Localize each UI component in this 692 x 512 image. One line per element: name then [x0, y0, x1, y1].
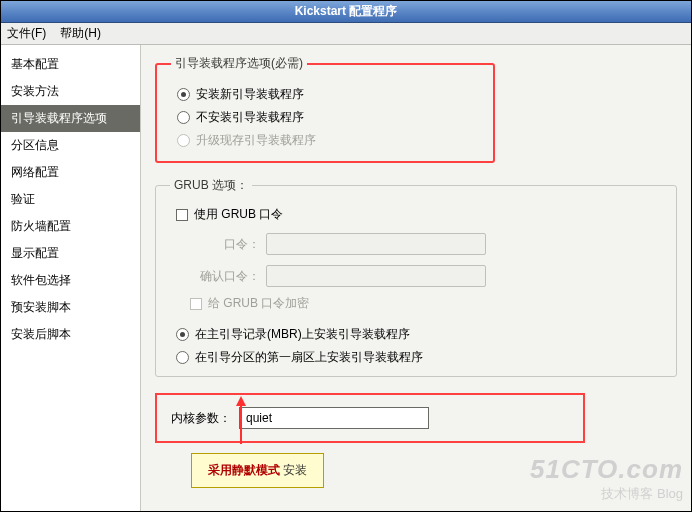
annotation-arrow: [236, 396, 246, 444]
check-encrypt-pass: 给 GRUB 口令加密: [190, 295, 662, 312]
sidebar-item-10[interactable]: 安装后脚本: [1, 321, 140, 348]
confirm-label: 确认口令：: [190, 268, 260, 285]
radio-icon: [176, 328, 189, 341]
bootloader-options-group: 引导装载程序选项(必需) 安装新引导装载程序 不安装引导装载程序 升级现存引导装…: [155, 55, 495, 163]
menu-file[interactable]: 文件(F): [7, 25, 46, 42]
radio-icon: [177, 111, 190, 124]
check-label: 给 GRUB 口令加密: [208, 295, 309, 312]
grub-options-group: GRUB 选项： 使用 GRUB 口令 口令： 确认口令： 给 GRUB 口令加…: [155, 177, 677, 377]
check-use-grub-pass[interactable]: 使用 GRUB 口令: [176, 206, 662, 223]
kernel-params-group: 内核参数：: [155, 393, 585, 443]
window-titlebar: Kickstart 配置程序: [1, 1, 691, 23]
radio-label: 在引导分区的第一扇区上安装引导装载程序: [195, 349, 423, 366]
sidebar: 基本配置安装方法引导装载程序选项分区信息网络配置验证防火墙配置显示配置软件包选择…: [1, 45, 141, 511]
window-title: Kickstart 配置程序: [295, 3, 398, 20]
kernel-label: 内核参数：: [171, 410, 231, 427]
row-grub-pass-confirm: 确认口令：: [190, 265, 662, 287]
bootloader-options-legend: 引导装载程序选项(必需): [171, 55, 307, 72]
radio-label: 在主引导记录(MBR)上安装引导装载程序: [195, 326, 410, 343]
radio-no-install[interactable]: 不安装引导装载程序: [177, 109, 479, 126]
sidebar-item-6[interactable]: 防火墙配置: [1, 213, 140, 240]
pass-label: 口令：: [190, 236, 260, 253]
radio-install-new[interactable]: 安装新引导装载程序: [177, 86, 479, 103]
radio-icon: [177, 134, 190, 147]
annotation-note: 采用静默模式 安装: [191, 453, 324, 488]
sidebar-item-8[interactable]: 软件包选择: [1, 267, 140, 294]
menubar: 文件(F) 帮助(H): [1, 23, 691, 45]
radio-label: 安装新引导装载程序: [196, 86, 304, 103]
annotation-suffix: 安装: [280, 463, 307, 477]
workspace: 基本配置安装方法引导装载程序选项分区信息网络配置验证防火墙配置显示配置软件包选择…: [1, 45, 691, 511]
sidebar-item-4[interactable]: 网络配置: [1, 159, 140, 186]
radio-label: 升级现存引导装载程序: [196, 132, 316, 149]
checkbox-icon: [190, 298, 202, 310]
radio-install-first-sector[interactable]: 在引导分区的第一扇区上安装引导装载程序: [176, 349, 662, 366]
sidebar-item-5[interactable]: 验证: [1, 186, 140, 213]
sidebar-item-7[interactable]: 显示配置: [1, 240, 140, 267]
radio-install-mbr[interactable]: 在主引导记录(MBR)上安装引导装载程序: [176, 326, 662, 343]
content-pane: 引导装载程序选项(必需) 安装新引导装载程序 不安装引导装载程序 升级现存引导装…: [141, 45, 691, 511]
sidebar-item-1[interactable]: 安装方法: [1, 78, 140, 105]
grub-pass-input: [266, 233, 486, 255]
sidebar-item-3[interactable]: 分区信息: [1, 132, 140, 159]
sidebar-item-0[interactable]: 基本配置: [1, 51, 140, 78]
grub-pass-confirm-input: [266, 265, 486, 287]
annotation-prefix: 采用静默模式: [208, 463, 280, 477]
check-label: 使用 GRUB 口令: [194, 206, 283, 223]
grub-legend: GRUB 选项：: [170, 177, 252, 194]
checkbox-icon: [176, 209, 188, 221]
menu-help[interactable]: 帮助(H): [60, 25, 101, 42]
radio-icon: [177, 88, 190, 101]
radio-icon: [176, 351, 189, 364]
arrow-line: [240, 404, 242, 444]
row-grub-pass: 口令：: [190, 233, 662, 255]
sidebar-item-9[interactable]: 预安装脚本: [1, 294, 140, 321]
radio-label: 不安装引导装载程序: [196, 109, 304, 126]
kernel-params-input[interactable]: [239, 407, 429, 429]
sidebar-item-2[interactable]: 引导装载程序选项: [1, 105, 140, 132]
radio-upgrade: 升级现存引导装载程序: [177, 132, 479, 149]
